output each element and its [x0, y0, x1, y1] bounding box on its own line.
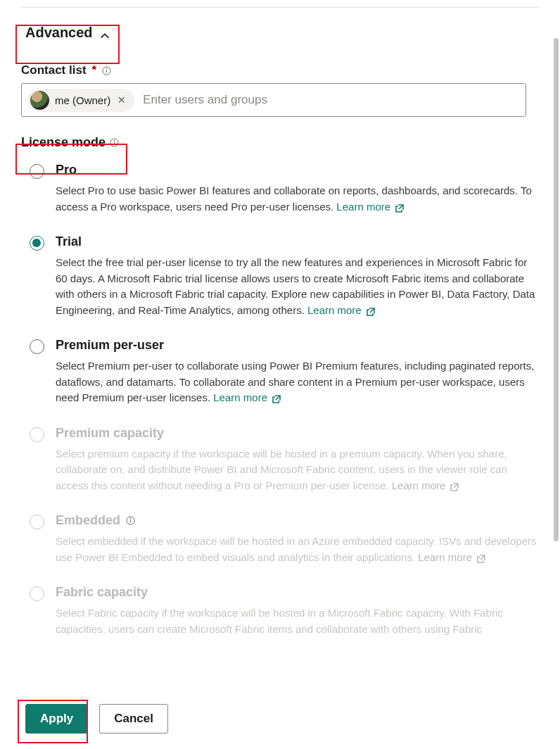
radio-button[interactable]: [30, 339, 44, 354]
radio-title-text: Premium capacity: [56, 426, 164, 441]
radio-button[interactable]: [30, 164, 44, 179]
svg-point-5: [114, 140, 115, 141]
radio-title-text: Trial: [56, 234, 82, 249]
svg-point-2: [106, 68, 107, 69]
footer: Apply Cancel: [0, 688, 560, 749]
radio-button: [30, 586, 44, 601]
learn-more-link[interactable]: Learn more: [213, 390, 281, 406]
external-link-icon: [366, 306, 376, 315]
radio-body: Premium capacitySelect premium capacity …: [56, 426, 539, 494]
radio-description: Select premium capacity if the workspace…: [56, 446, 539, 494]
divider: [21, 7, 539, 8]
radio-title: Trial: [56, 234, 539, 249]
license-option: Fabric capacitySelect Fabric capacity if…: [30, 585, 539, 637]
radio-description: Select embedded if the workspace will be…: [56, 534, 539, 565]
learn-more-link[interactable]: Learn more: [307, 303, 376, 319]
chip-label: me (Owner): [55, 94, 110, 106]
license-mode-label: License mode: [21, 135, 539, 150]
radio-title-text: Fabric capacity: [56, 585, 148, 600]
radio-title-text: Embedded: [56, 513, 120, 528]
license-mode-radio-group: ProSelect Pro to use basic Power BI feat…: [30, 163, 539, 637]
radio-title: Premium per-user: [56, 338, 539, 353]
info-icon[interactable]: [110, 138, 119, 147]
apply-button[interactable]: Apply: [25, 704, 88, 734]
radio-title: Pro: [56, 163, 539, 177]
radio-button: [30, 427, 44, 442]
chevron-up-icon: [100, 28, 110, 38]
contact-list-label: Contact list *: [21, 63, 539, 77]
radio-title-text: Pro: [56, 163, 77, 177]
external-link-icon: [395, 202, 405, 212]
learn-more-link: Learn more: [418, 550, 486, 566]
radio-button[interactable]: [30, 236, 44, 251]
learn-more-link: Learn more: [392, 478, 460, 494]
advanced-title: Advanced: [25, 25, 93, 41]
radio-body: Premium per-userSelect Premium per-user …: [56, 338, 539, 406]
chip-remove-icon[interactable]: ✕: [116, 94, 127, 106]
required-marker: *: [92, 63, 97, 77]
radio-title-text: Premium per-user: [56, 338, 164, 353]
radio-title: Fabric capacity: [56, 585, 539, 600]
license-option[interactable]: TrialSelect the free trial per-user lice…: [30, 234, 539, 318]
advanced-section-toggle[interactable]: Advanced: [21, 16, 114, 48]
radio-description: Select Pro to use basic Power BI feature…: [56, 183, 539, 215]
radio-description: Select Premium per-user to collaborate u…: [56, 358, 539, 406]
radio-title: Premium capacity: [56, 426, 539, 441]
radio-body: EmbeddedSelect embedded if the workspace…: [56, 513, 539, 565]
contact-list-field[interactable]: me (Owner) ✕: [21, 83, 526, 117]
contact-input[interactable]: [141, 92, 520, 108]
learn-more-link[interactable]: Learn more: [336, 199, 405, 215]
info-icon[interactable]: [126, 516, 135, 525]
scrollbar[interactable]: [554, 38, 559, 541]
external-link-icon: [450, 481, 459, 491]
contact-list-label-text: Contact list: [21, 63, 87, 77]
external-link-icon: [476, 553, 486, 562]
svg-point-8: [130, 518, 131, 519]
radio-title: Embedded: [56, 513, 539, 528]
radio-description: Select the free trial per-user license t…: [56, 255, 539, 318]
info-icon[interactable]: [102, 66, 111, 75]
license-option[interactable]: Premium per-userSelect Premium per-user …: [30, 338, 539, 406]
radio-body: ProSelect Pro to use basic Power BI feat…: [56, 163, 539, 215]
radio-button: [30, 515, 44, 529]
license-option: Premium capacitySelect premium capacity …: [30, 426, 539, 494]
radio-body: Fabric capacitySelect Fabric capacity if…: [56, 585, 539, 637]
license-mode-label-text: License mode: [21, 135, 106, 150]
external-link-icon: [272, 393, 281, 403]
license-option: EmbeddedSelect embedded if the workspace…: [30, 513, 539, 565]
avatar: [30, 91, 49, 110]
license-option[interactable]: ProSelect Pro to use basic Power BI feat…: [30, 163, 539, 215]
radio-body: TrialSelect the free trial per-user lice…: [56, 234, 539, 318]
contact-chip[interactable]: me (Owner) ✕: [27, 89, 134, 112]
radio-description: Select Fabric capacity if the workspace …: [56, 605, 539, 637]
cancel-button[interactable]: Cancel: [99, 704, 168, 734]
